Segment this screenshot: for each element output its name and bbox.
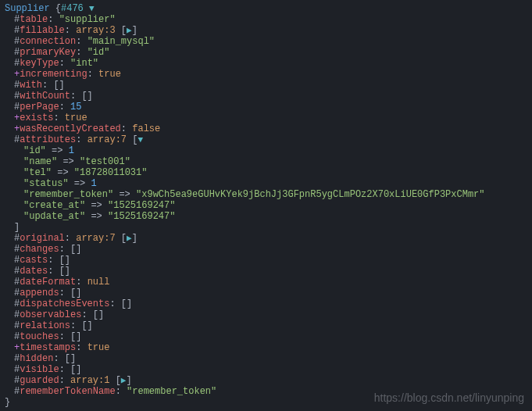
attr-key: "id": [23, 145, 46, 156]
colon: :: [59, 375, 70, 386]
attr-key: "create_at": [23, 200, 85, 211]
prop-name: casts: [20, 255, 48, 266]
prop-value: "1525169247": [108, 200, 175, 211]
colon: :: [65, 233, 76, 244]
prop-name: perPage: [20, 102, 59, 113]
attribute-row: "create_at" => "1525169247": [5, 200, 527, 211]
prop-wasRecentlyCreated: +wasRecentlyCreated: false: [5, 123, 527, 134]
prop-name: guarded: [20, 375, 59, 386]
prop-value: "x9wCh5ea9eGUHvKYek9jBchJj3GFpnR5ygCLmPO…: [136, 189, 484, 200]
attribute-row: "update_at" => "1525169247": [5, 211, 527, 222]
bracket-open: [: [121, 25, 127, 36]
watermark-text: https://blog.csdn.net/linyunping: [374, 392, 524, 403]
colon: :: [109, 298, 120, 309]
prop-name: primaryKey: [20, 47, 76, 58]
collapse-toggle-icon[interactable]: ▼: [89, 3, 95, 14]
prop-name: dateFormat: [20, 277, 76, 288]
colon: :: [59, 331, 70, 342]
expand-toggle-icon[interactable]: ▼: [137, 134, 143, 145]
colon: :: [48, 255, 59, 266]
prop-connection: #connection: "main_mysql": [5, 36, 527, 47]
colon: :: [59, 102, 70, 113]
prop-name: visible: [20, 364, 59, 375]
prop-original: #original: array:7 [▶]: [5, 233, 527, 244]
prop-name: changes: [20, 244, 59, 255]
colon: :: [76, 47, 87, 58]
class-name: Supplier: [5, 3, 50, 14]
prop-value: array:7: [87, 134, 127, 145]
prop-value: "supplier": [59, 14, 116, 25]
prop-changes: #changes: []: [5, 244, 527, 255]
prop-table: #table: "supplier": [5, 14, 527, 25]
prop-relations: #relations: []: [5, 320, 527, 331]
prop-name: relations: [20, 320, 70, 331]
prop-casts: #casts: []: [5, 255, 527, 266]
prop-attributes: #attributes: array:7 [▼: [5, 134, 527, 145]
attr-key: "status": [23, 178, 69, 189]
prop-value: []: [53, 80, 64, 91]
prop-primaryKey: #primaryKey: "id": [5, 47, 527, 58]
attribute-row: "tel" => "18728011031": [5, 167, 527, 178]
prop-value: "main_mysql": [87, 36, 155, 47]
prop-value: "remember_token": [127, 386, 216, 397]
bracket-open: [: [132, 134, 137, 145]
prop-value: []: [70, 364, 81, 375]
attr-key: "name": [23, 156, 57, 167]
prop-fillable: #fillable: array:3 [▶]: [5, 25, 527, 36]
arrow-op: =>: [85, 211, 108, 222]
prop-name: incrementing: [20, 69, 87, 80]
bracket-close: ]: [132, 25, 137, 36]
prop-value: "int": [70, 58, 98, 69]
prop-name: wasRecentlyCreated: [20, 123, 121, 134]
prop-withCount: #withCount: []: [5, 91, 527, 102]
attribute-row: "remember_token" => "x9wCh5ea9eGUHvKYek9…: [5, 189, 527, 200]
colon: :: [65, 25, 76, 36]
prop-value: true: [98, 69, 121, 80]
prop-name: dispatchesEvents: [20, 298, 109, 309]
expand-toggle-icon[interactable]: ▶: [127, 233, 132, 244]
attr-key: "tel": [23, 167, 52, 178]
colon: :: [81, 309, 92, 320]
open-brace: {: [55, 3, 61, 14]
object-id: #476: [61, 3, 84, 14]
colon: :: [70, 320, 81, 331]
colon: :: [70, 91, 81, 102]
attr-key: "update_at": [23, 211, 85, 222]
prop-value: array:1: [70, 375, 109, 386]
attr-key: "remember_token": [23, 189, 113, 200]
prop-name: keyType: [20, 58, 59, 69]
prop-name: observables: [20, 309, 81, 320]
prop-dateFormat: #dateFormat: null: [5, 277, 527, 288]
prop-value: "id": [87, 47, 110, 58]
attribute-row: "name" => "test001": [5, 156, 527, 167]
prop-name: table: [20, 14, 48, 25]
prop-value: []: [81, 320, 92, 331]
prop-value: 15: [70, 102, 81, 113]
prop-incrementing: +incrementing: true: [5, 69, 527, 80]
expand-toggle-icon[interactable]: ▶: [127, 25, 132, 36]
prop-observables: #observables: []: [5, 309, 527, 320]
prop-name: rememberTokenName: [20, 386, 115, 397]
colon: :: [48, 266, 59, 277]
prop-with: #with: []: [5, 80, 527, 91]
attribute-row: "id" => 1: [5, 145, 527, 156]
colon: :: [48, 14, 59, 25]
arrow-op: =>: [85, 200, 108, 211]
prop-value: 1: [69, 145, 74, 156]
prop-value: []: [59, 266, 70, 277]
arrow-op: =>: [57, 156, 80, 167]
colon: :: [121, 123, 132, 134]
colon: :: [76, 277, 87, 288]
prop-visible: #visible: []: [5, 364, 527, 375]
prop-value: []: [70, 288, 81, 298]
dump-output: Supplier {#476 ▼#table: "supplier"#filla…: [5, 3, 527, 408]
arrow-op: =>: [113, 189, 136, 200]
prop-name: exists: [20, 113, 53, 123]
prop-perPage: #perPage: 15: [5, 102, 527, 113]
prop-appends: #appends: []: [5, 288, 527, 298]
arrow-op: =>: [52, 167, 74, 178]
prop-guarded: #guarded: array:1 [▶]: [5, 375, 527, 386]
prop-value: "18728011031": [74, 167, 148, 178]
bracket-close: ]: [132, 233, 137, 244]
prop-keyType: #keyType: "int": [5, 58, 527, 69]
